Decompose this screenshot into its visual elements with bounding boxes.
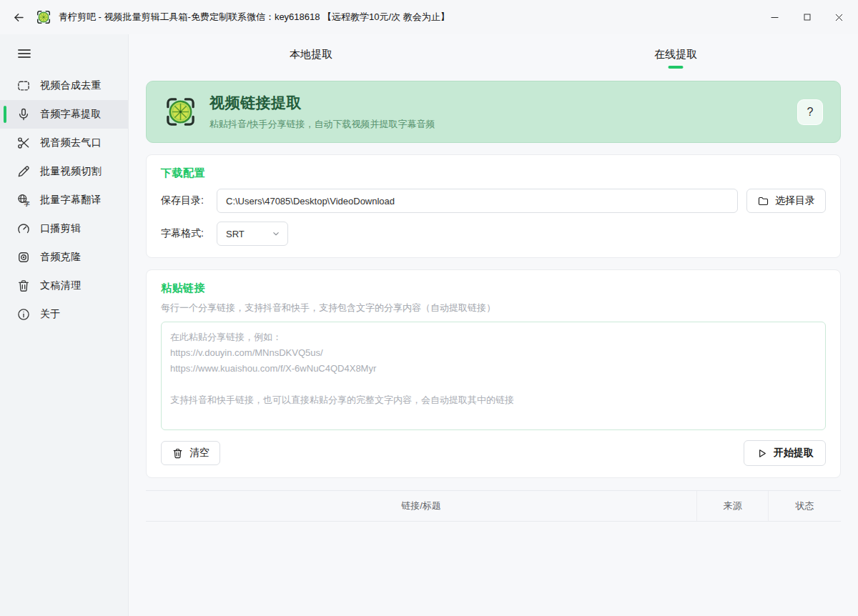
sidebar-item-audio-subtitle-extract[interactable]: 音频字幕提取	[0, 100, 128, 129]
gauge-icon	[16, 222, 31, 236]
tab-online-extract[interactable]: 在线提取	[493, 34, 858, 75]
minimize-button[interactable]	[759, 4, 791, 30]
start-extract-button[interactable]: 开始提取	[744, 440, 826, 466]
close-icon	[833, 11, 845, 24]
active-tab-indicator	[669, 66, 684, 69]
paste-links-title: 粘贴链接	[161, 282, 826, 295]
maximize-button[interactable]	[791, 4, 823, 30]
banner-subtitle: 粘贴抖音/快手分享链接，自动下载视频并提取字幕音频	[209, 118, 435, 131]
folder-icon	[757, 195, 769, 207]
close-button[interactable]	[823, 4, 855, 30]
back-arrow-icon	[12, 11, 26, 24]
chevron-down-icon	[271, 229, 281, 239]
download-config-title: 下载配置	[161, 167, 826, 180]
column-header-source: 来源	[697, 491, 769, 521]
question-mark-icon: ?	[807, 106, 814, 119]
sidebar-item-remove-breath[interactable]: 视音频去气口	[0, 129, 128, 157]
banner-title: 视频链接提取	[209, 93, 435, 113]
menu-toggle-button[interactable]	[0, 41, 128, 66]
column-header-status: 状态	[769, 491, 841, 521]
results-table-header: 链接/标题 来源 状态	[146, 490, 841, 522]
sidebar: 视频合成去重 音频字幕提取 视音频去气口	[0, 34, 129, 616]
tab-bar: 本地提取 在线提取	[129, 34, 858, 75]
page-scroll-area: 视频链接提取 粘贴抖音/快手分享链接，自动下载视频并提取字幕音频 ? 下载配置 …	[129, 75, 858, 616]
banner-text: 视频链接提取 粘贴抖音/快手分享链接，自动下载视频并提取字幕音频	[209, 93, 435, 131]
sidebar-item-batch-video-cut[interactable]: 批量视频切割	[0, 157, 128, 186]
sidebar-item-about[interactable]: 关于	[0, 300, 128, 329]
sidebar-item-doc-cleanup[interactable]: 文稿清理	[0, 272, 128, 300]
active-item-indicator	[4, 106, 6, 123]
app-logo-lime-icon	[36, 9, 51, 25]
title-bar: 青柠剪吧 - 视频批量剪辑工具箱-免费定制联系微信：key618618 【远程教…	[0, 0, 858, 34]
save-dir-row: 保存目录: 选择目录	[161, 189, 826, 213]
choose-dir-button[interactable]: 选择目录	[746, 189, 826, 213]
back-button[interactable]	[7, 6, 30, 29]
lime-viewfinder-icon	[164, 95, 197, 129]
svg-text:字: 字	[24, 200, 30, 207]
paste-links-card: 粘贴链接 每行一个分享链接，支持抖音和快手，支持包含文字的分享内容（自动提取链接…	[146, 269, 841, 478]
sidebar-item-batch-subtitle-translate[interactable]: 字 批量字幕翻译	[0, 186, 128, 214]
window-title: 青柠剪吧 - 视频批量剪辑工具箱-免费定制联系微信：key618618 【远程教…	[59, 11, 450, 24]
column-header-link-title: 链接/标题	[146, 491, 697, 521]
subtitle-format-value: SRT	[226, 229, 245, 239]
save-dir-label: 保存目录:	[161, 194, 211, 207]
paste-links-description: 每行一个分享链接，支持抖音和快手，支持包含文字的分享内容（自动提取链接）	[161, 302, 826, 314]
menu-icon	[16, 45, 33, 62]
sidebar-nav: 视频合成去重 音频字幕提取 视音频去气口	[0, 71, 128, 329]
main-content: 本地提取 在线提取 视频链接提取 粘贴抖音/快手分享链接，自动下载视频并提取字幕…	[129, 34, 858, 616]
download-config-card: 下载配置 保存目录: 选择目录 字幕格式:	[146, 154, 841, 258]
translate-icon: 字	[16, 193, 31, 207]
microphone-icon	[16, 107, 31, 121]
play-icon	[756, 447, 768, 459]
maximize-icon	[802, 11, 813, 23]
minimize-icon	[769, 11, 781, 24]
window-controls	[759, 4, 855, 30]
help-button[interactable]: ?	[797, 99, 823, 125]
trash-icon	[172, 447, 184, 459]
scissors-icon	[16, 136, 31, 150]
links-textarea[interactable]	[161, 322, 826, 430]
subtitle-format-label: 字幕格式:	[161, 227, 211, 240]
sidebar-item-voiceover-edit[interactable]: 口播剪辑	[0, 214, 128, 243]
speaker-icon	[16, 250, 31, 264]
subtitle-format-select[interactable]: SRT	[217, 222, 288, 246]
subtitle-format-row: 字幕格式: SRT	[161, 222, 826, 246]
pencil-icon	[16, 164, 31, 179]
save-dir-input[interactable]	[217, 189, 738, 213]
film-icon	[16, 79, 31, 93]
sidebar-item-video-merge-dedup[interactable]: 视频合成去重	[0, 71, 128, 100]
sidebar-item-audio-clone[interactable]: 音频克隆	[0, 243, 128, 272]
info-icon	[16, 307, 31, 322]
app-window: 青柠剪吧 - 视频批量剪辑工具箱-免费定制联系微信：key618618 【远程教…	[0, 0, 858, 616]
tab-local-extract[interactable]: 本地提取	[129, 34, 493, 75]
paste-links-actions: 清空 开始提取	[161, 440, 826, 466]
clear-button[interactable]: 清空	[161, 441, 220, 465]
trash-icon	[16, 279, 31, 293]
feature-banner: 视频链接提取 粘贴抖音/快手分享链接，自动下载视频并提取字幕音频 ?	[146, 81, 841, 143]
